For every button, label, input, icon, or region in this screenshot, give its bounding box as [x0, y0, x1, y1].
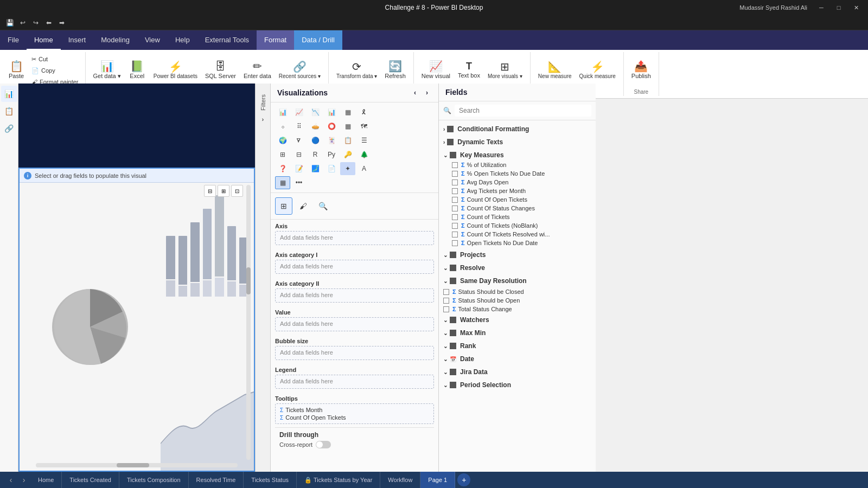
checkbox-count-open[interactable] [452, 197, 458, 203]
power-bi-datasets-button[interactable]: ⚡ Power BI datasets [150, 54, 201, 87]
tab-next-button[interactable]: › [17, 473, 30, 486]
more-visuals-button[interactable]: ⊞ More visuals ▾ [484, 54, 526, 87]
viz-more[interactable]: ••• [291, 176, 307, 189]
excel-button[interactable]: 📗 Excel [125, 54, 149, 87]
filters-expand-button[interactable]: › [258, 115, 268, 125]
redo-arrow-button[interactable]: ➡ [56, 17, 67, 28]
field-item-avg-days-open[interactable]: Σ Avg Days Open [439, 178, 596, 187]
filters-label[interactable]: Filters [260, 94, 266, 111]
menu-view[interactable]: View [137, 30, 168, 50]
viz-area-chart[interactable]: 📉 [308, 106, 323, 119]
field-group-header-resolve[interactable]: ⌄ Resolve [439, 262, 596, 273]
analytics-tab[interactable]: 🔍 [314, 197, 331, 215]
field-item-total-status[interactable]: Σ Total Status Change [439, 305, 596, 313]
field-item-count-status[interactable]: Σ Count Of Status Changes [439, 204, 596, 213]
bubble-size-drop-zone[interactable]: Add data fields here [275, 346, 434, 360]
tooltips-drop-zone[interactable]: Σ Tickets Month Σ Count Of Open Tickets [275, 403, 434, 424]
field-group-header-dynamic[interactable]: › Dynamic Texts [439, 137, 596, 147]
field-item-avg-tickets-month[interactable]: Σ Avg Tickets per Month [439, 187, 596, 195]
viz-treemap[interactable]: ▦ [340, 120, 355, 133]
menu-data-drill[interactable]: Data / Drill [294, 30, 342, 50]
checkbox-count-resolved[interactable] [452, 232, 458, 237]
field-group-header-jira[interactable]: ⌄ Jira Data [439, 367, 596, 377]
viz-r-script[interactable]: R [308, 148, 323, 161]
checkbox-status-closed[interactable] [443, 289, 449, 295]
close-button[interactable]: ✕ [848, 0, 864, 15]
value-drop-zone[interactable]: Add data fields here [275, 317, 434, 331]
checkbox-total-status[interactable] [443, 306, 449, 312]
legend-drop-zone[interactable]: Add data fields here [275, 375, 434, 389]
visual-btn-2[interactable]: ⊞ [218, 185, 229, 197]
sql-server-button[interactable]: 🗄 SQL Server [202, 54, 239, 87]
viz-smart-narr[interactable]: 📝 [291, 162, 307, 175]
viz-funnel[interactable]: ⛛ [291, 134, 307, 147]
tab-resolved-time[interactable]: Resolved Time [189, 472, 244, 488]
redo-button[interactable]: ↪ [30, 17, 41, 28]
publish-button[interactable]: 📤 Publish [628, 54, 654, 87]
tab-tickets-created[interactable]: Tickets Created [62, 472, 119, 488]
viz-decomp-tree[interactable]: 🌲 [356, 148, 372, 161]
tab-page-1[interactable]: Page 1 [420, 472, 455, 488]
new-measure-button[interactable]: 📐 New measure [535, 54, 575, 87]
tab-tickets-composition[interactable]: Tickets Composition [119, 472, 189, 488]
model-view-button[interactable]: 🔗 [1, 120, 17, 137]
get-data-button[interactable]: 📊 Get data ▾ [90, 54, 124, 87]
build-visual-tab[interactable]: ⊞ [275, 197, 292, 215]
viz-filled-map[interactable]: 🌍 [275, 134, 290, 147]
field-group-header-date[interactable]: ⌄ 📅 Date [439, 354, 596, 364]
cut-button[interactable]: ✂ Cut [29, 54, 81, 65]
viz-pie[interactable]: 🥧 [308, 120, 323, 133]
axis-cat2-drop-zone[interactable]: Add data fields here [275, 288, 434, 303]
refresh-button[interactable]: 🔄 Refresh [381, 54, 409, 87]
cross-report-toggle[interactable] [316, 441, 331, 448]
field-item-open-no-due[interactable]: Σ Open Tickets No Due Date [439, 239, 596, 247]
viz-scatter-selected[interactable]: ✦ [340, 162, 355, 175]
field-group-header-conditional[interactable]: › Conditional Formatting [439, 124, 596, 134]
viz-gauge[interactable]: 🔵 [308, 134, 323, 147]
checkbox-open-no-due-2[interactable] [452, 240, 458, 246]
checkbox-open-tickets-no-due[interactable] [452, 171, 458, 177]
new-visual-button[interactable]: 📈 New visual [418, 54, 454, 87]
viz-key-influencers[interactable]: 🔑 [340, 148, 355, 161]
transform-data-button[interactable]: ⟳ Transform data ▾ [333, 54, 380, 87]
tab-tickets-status[interactable]: Tickets Status [244, 472, 297, 488]
checkbox-count-noblank[interactable] [452, 223, 458, 229]
menu-modeling[interactable]: Modeling [93, 30, 137, 50]
bottom-visual[interactable]: i Select or drag fields to populate this… [18, 168, 255, 472]
checkbox-avg-days-open[interactable] [452, 179, 458, 185]
field-group-header-max-min[interactable]: ⌄ Max Min [439, 328, 596, 338]
data-view-button[interactable]: 📋 [1, 103, 17, 119]
paste-button[interactable]: 📋 Paste [4, 54, 28, 87]
viz-column-chart[interactable]: 📊 [324, 106, 339, 119]
field-group-header-key-measures[interactable]: ⌄ Key Measures [439, 150, 596, 160]
field-item-utilization[interactable]: Σ % of Utilization [439, 160, 596, 169]
viz-scatter[interactable]: ⠿ [291, 120, 307, 133]
visual-btn-1[interactable]: ⊟ [204, 185, 216, 197]
viz-donut[interactable]: ⭕ [324, 120, 339, 133]
recent-sources-button[interactable]: 🔗 Recent sources ▾ [276, 54, 324, 87]
search-input[interactable] [455, 105, 591, 117]
viz-active-btn[interactable]: ▦ [275, 176, 290, 189]
viz-100-bar[interactable]: ▦ [340, 106, 355, 119]
menu-format[interactable]: Format [257, 30, 294, 50]
checkbox-count-status[interactable] [452, 206, 458, 211]
viz-table[interactable]: ⊞ [275, 148, 290, 161]
field-group-header-period[interactable]: ⌄ Period Selection [439, 380, 596, 390]
menu-file[interactable]: File [0, 30, 27, 50]
tab-workflow[interactable]: Workflow [380, 472, 420, 488]
viz-slicer[interactable]: ☰ [356, 134, 372, 147]
undo-button[interactable]: ↩ [17, 17, 28, 28]
checkbox-status-open[interactable] [443, 298, 449, 304]
viz-kpi[interactable]: 📋 [340, 134, 355, 147]
viz-map[interactable]: 🗺 [356, 120, 372, 133]
text-box-button[interactable]: T Text box [455, 54, 483, 87]
viz-line-chart[interactable]: 📈 [291, 106, 307, 119]
field-item-count-noblank[interactable]: Σ Count of Tickets (NoBlank) [439, 221, 596, 230]
copy-button[interactable]: 📄 Copy [29, 65, 81, 76]
field-item-open-tickets-no-due[interactable]: Σ % Open Tickets No Due Date [439, 169, 596, 178]
viz-paginated[interactable]: 📄 [324, 162, 339, 175]
viz-azure-map[interactable]: 🗾 [308, 162, 323, 175]
tab-home[interactable]: Home [30, 472, 62, 488]
viz-collapse-button[interactable]: ‹ [410, 88, 420, 98]
visual-btn-3[interactable]: ⊡ [231, 185, 243, 197]
